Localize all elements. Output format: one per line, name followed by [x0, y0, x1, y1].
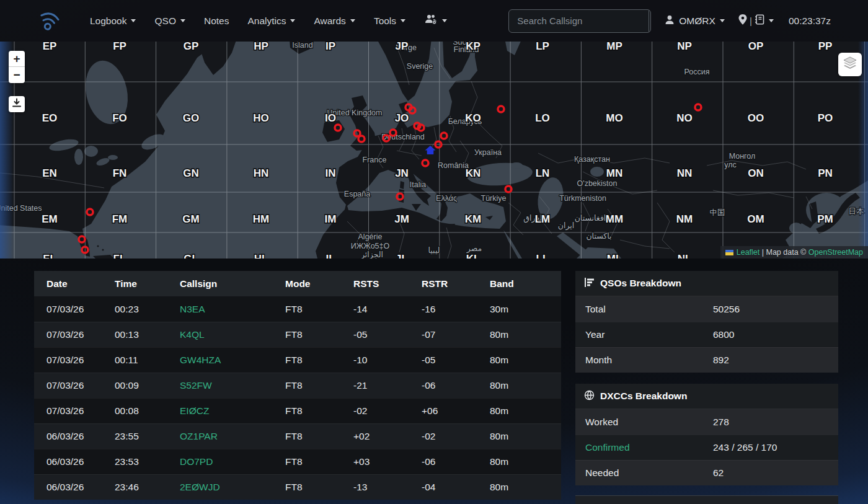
grid-square-label: MO: [606, 112, 622, 124]
table-row: 06/03/2623:55OZ1PARFT8+02-0280m: [34, 423, 561, 449]
nav-item-label: Logbook: [90, 15, 126, 27]
grid-square-label: IO: [325, 112, 336, 124]
stat-value: 50256: [713, 304, 740, 315]
panel-title: DXCCs Breakdown: [600, 391, 687, 402]
table-cell: +03: [353, 456, 422, 467]
callsign-link[interactable]: EIØCZ: [180, 405, 285, 417]
nav-item-tools[interactable]: Tools: [365, 14, 415, 27]
search-button[interactable]: [649, 10, 651, 32]
location-pin-icon: [738, 14, 747, 27]
chevron-down-icon: [350, 19, 355, 22]
table-cell: 80m: [490, 380, 561, 391]
country-label: الجزائر: [360, 250, 383, 259]
table-body: 07/03/2600:23N3EAFT8-14-1630m07/03/2600:…: [34, 296, 561, 500]
stat-row: Year6800: [575, 322, 838, 347]
country-label: ايران: [558, 221, 575, 231]
chevron-down-icon: [769, 19, 774, 22]
nav-item-analytics[interactable]: Analytics: [238, 14, 304, 27]
nav-item-awards[interactable]: Awards: [304, 14, 364, 27]
table-cell: -14: [353, 304, 422, 315]
panel-header: QSOs Breakdown: [575, 271, 838, 296]
search-input[interactable]: [509, 10, 649, 32]
map-download-button[interactable]: [9, 96, 25, 112]
table-cell: -10: [353, 355, 422, 366]
country-label: مصر: [466, 244, 482, 254]
openstreetmap-link[interactable]: OpenStreetMap: [808, 248, 863, 257]
qsos-breakdown-panel: QSOs Breakdown Total50256Year6800Month89…: [575, 271, 838, 373]
nav-item-qso[interactable]: QSO: [145, 14, 194, 27]
grid-square-label: IP: [326, 42, 335, 52]
main-menu: LogbookQSONotesAnalyticsAwardsTools: [81, 14, 456, 27]
grid-map[interactable]: IslandNorgeSuomiFinlandSverigeUnited Kin…: [0, 42, 868, 259]
stat-row: Needed62: [575, 460, 838, 485]
panel-title: QSOs Breakdown: [600, 278, 681, 289]
user-menu[interactable]: OMØRX: [665, 15, 725, 27]
table-cell: 80m: [490, 355, 561, 366]
zoom-in-button[interactable]: +: [9, 51, 25, 67]
grid-square-label: FM: [112, 213, 128, 225]
map-layers-button[interactable]: [838, 53, 862, 76]
country-label: España: [344, 190, 370, 198]
nav-item-label: QSO: [154, 15, 175, 27]
grid-square-label: GM: [182, 213, 199, 225]
nav-item-logbook[interactable]: Logbook: [81, 14, 145, 27]
callsign-link[interactable]: GW4HZA: [180, 355, 285, 366]
country-label: ليبيا: [428, 246, 440, 255]
grid-square-label: NP: [677, 42, 692, 52]
grid-square-label: NN: [677, 167, 693, 179]
ukraine-flag-icon: [725, 250, 733, 255]
stat-row: Worked278: [575, 409, 838, 435]
stat-value: 62: [713, 467, 724, 479]
grid-square-label: JO: [395, 112, 409, 124]
table-cell: -13: [353, 482, 422, 493]
grid-square-label: MN: [606, 167, 622, 179]
table-cell: -05: [422, 355, 490, 366]
table-cell: 00:09: [115, 380, 180, 391]
column-header-mode: Mode: [285, 278, 353, 290]
table-cell: -02: [353, 405, 422, 417]
table-cell: -06: [422, 456, 490, 467]
table-cell: 07/03/26: [34, 329, 115, 340]
country-label: ИЖЖо5‡O: [351, 242, 390, 250]
callsign-link[interactable]: S52FW: [180, 380, 285, 391]
chevron-down-icon: [180, 19, 185, 22]
callsign-link[interactable]: OZ1PAR: [180, 431, 285, 442]
nav-item-notes[interactable]: Notes: [195, 14, 239, 27]
attribution-text: | Map data ©: [760, 248, 808, 257]
column-header-band: Band: [490, 278, 561, 290]
grid-square-label: PM: [817, 213, 833, 225]
bar-chart-icon: [584, 277, 595, 290]
table-row: 07/03/2600:11GW4HZAFT8-10-0580m: [34, 347, 561, 373]
station-logbook-menu[interactable]: |: [738, 14, 774, 27]
leaflet-link[interactable]: Leaflet: [737, 248, 760, 257]
callsign-link[interactable]: K4QL: [180, 329, 285, 340]
country-label: باكستان: [586, 232, 611, 241]
table-cell: 06/03/26: [34, 482, 115, 493]
callsign-link[interactable]: DO7PD: [180, 456, 285, 467]
grid-square-label: HL: [254, 253, 268, 259]
zoom-out-button[interactable]: −: [9, 67, 25, 83]
table-cell: 07/03/26: [34, 304, 115, 315]
nav-item-label: Notes: [204, 15, 229, 27]
stat-value: 892: [713, 355, 729, 366]
table-cell: 80m: [490, 405, 561, 417]
table-cell: 07/03/26: [34, 405, 115, 417]
grid-square-label: MM: [606, 213, 623, 225]
nav-item-label: Tools: [374, 15, 396, 27]
table-cell: -04: [422, 482, 490, 493]
stat-value: 6800: [713, 329, 734, 340]
grid-square-label: JN: [395, 167, 409, 179]
grid-square-label: PP: [818, 42, 833, 52]
dxccs-breakdown-panel: DXCCs Breakdown Worked278Confirmed243 / …: [575, 384, 838, 485]
table-cell: -07: [422, 329, 490, 340]
grid-square-label: LP: [536, 42, 549, 52]
nav-item-operators[interactable]: [415, 14, 456, 27]
grid-square-label: LO: [535, 112, 550, 124]
wavelog-logo-icon[interactable]: [36, 8, 62, 34]
column-header-rstr: RSTR: [422, 278, 490, 290]
callsign-link[interactable]: N3EA: [180, 304, 285, 315]
table-cell: -02: [422, 431, 490, 442]
callsign-link[interactable]: 2EØWJD: [180, 482, 285, 493]
grid-square-label: FP: [113, 42, 126, 52]
stat-label: Worked: [585, 417, 713, 428]
